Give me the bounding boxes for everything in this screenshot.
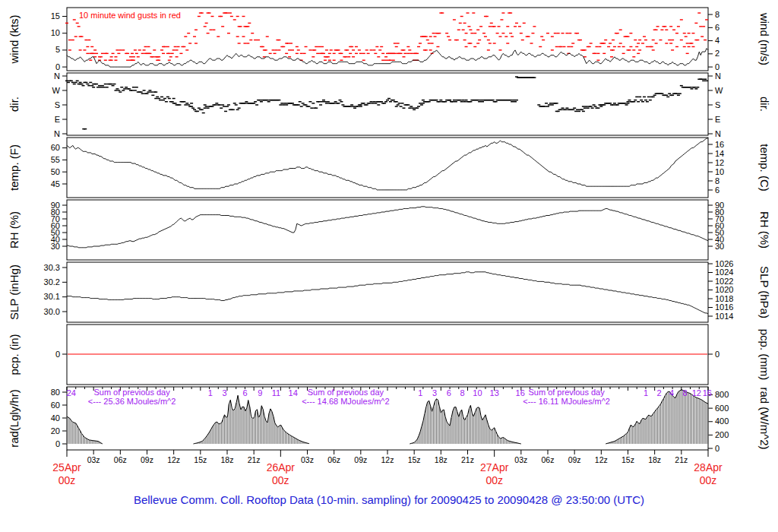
x-hour-label: 15z — [408, 455, 421, 464]
gust-dash — [570, 46, 573, 47]
gust-dash — [242, 36, 245, 36]
gust-dash — [193, 36, 196, 36]
rad-ly-tick-label: 40 — [51, 413, 60, 423]
dir-dash — [110, 84, 113, 85]
dir-dash — [555, 103, 558, 104]
gust-dash — [355, 46, 358, 47]
gust-dash — [598, 46, 601, 47]
gust-dash — [374, 53, 377, 54]
gust-dash — [659, 40, 662, 40]
dir-dash — [627, 103, 630, 104]
dir-dash — [652, 97, 655, 98]
gust-dash — [665, 43, 668, 43]
gust-dash — [622, 53, 625, 54]
gust-dash — [217, 36, 220, 36]
dir-dash — [162, 100, 165, 101]
gust-dash — [182, 46, 185, 47]
gust-dash — [392, 60, 395, 61]
gust-dash — [501, 12, 504, 13]
rad-hour-number: 14 — [289, 388, 298, 397]
gust-dash — [176, 49, 179, 50]
dir-dash — [267, 101, 270, 103]
gust-dash — [289, 43, 293, 43]
dir-dash — [340, 101, 343, 103]
dir-dash — [125, 87, 128, 88]
gust-dash — [248, 23, 251, 24]
gust-dash — [594, 53, 597, 54]
dir-dash — [297, 104, 300, 106]
gust-dash — [359, 53, 362, 54]
dir-dash — [389, 101, 392, 103]
gust-dash — [514, 26, 517, 27]
gust-dash — [498, 26, 501, 27]
dir-dash — [166, 97, 169, 98]
gust-dash — [602, 53, 606, 54]
gust-dash — [362, 60, 365, 61]
gust-dash — [473, 33, 476, 33]
gust-dash — [397, 43, 400, 43]
slp-inhg-tick-label: 30.0 — [44, 307, 60, 316]
dir-dash — [204, 107, 207, 109]
gust-dash — [65, 23, 68, 24]
dir-dash — [243, 103, 246, 104]
gust-dash — [472, 12, 475, 13]
x-hour-label: 21z — [675, 455, 688, 464]
dir-dash — [283, 103, 286, 104]
dir-dash — [174, 103, 177, 104]
dir-dash — [98, 85, 101, 87]
gust-dash — [254, 40, 257, 40]
dir-dash — [140, 91, 143, 93]
gust-dash — [579, 40, 582, 40]
gust-dash — [198, 16, 201, 17]
dir-dash — [190, 103, 193, 104]
dir-dash — [277, 100, 280, 101]
gust-dash — [381, 60, 384, 61]
gust-dash — [117, 53, 120, 54]
dir-dash — [420, 104, 423, 106]
dir-dash — [416, 107, 419, 109]
wind-ms-tick-label: 8 — [715, 10, 719, 19]
gust-dash — [704, 40, 707, 40]
gust-dash — [655, 30, 658, 30]
rad-hour-number: 12 — [692, 388, 701, 397]
dir-dash — [704, 78, 707, 80]
gust-dash — [426, 40, 429, 40]
slp-axis-title-right: SLP (hPa) — [758, 266, 771, 318]
dir-dash — [644, 100, 647, 101]
gust-dash — [453, 19, 456, 20]
dir-dash — [668, 93, 671, 94]
gust-dash — [272, 49, 275, 50]
temp-c-tick-label: 6 — [715, 185, 719, 195]
rad-hour-number: 9 — [258, 388, 262, 397]
dir-dash — [647, 97, 650, 98]
gust-dash — [297, 49, 300, 50]
temp-c-tick-label: 16 — [715, 140, 724, 149]
gust-dash — [557, 33, 560, 33]
gust-dash — [613, 46, 616, 47]
dir-dash — [370, 101, 373, 103]
gust-dash — [650, 46, 653, 47]
gust-dash — [702, 26, 705, 27]
dir-panel-frame — [67, 73, 708, 135]
dir-dash — [640, 100, 643, 101]
dir-dash — [352, 106, 355, 107]
gust-dash — [327, 56, 330, 57]
gust-dash — [533, 26, 536, 27]
dir-dash — [84, 128, 87, 130]
gust-dash — [402, 49, 405, 50]
gust-dash — [131, 53, 134, 54]
gust-dash — [618, 46, 621, 47]
slp-hpa-tick-label: 1022 — [715, 277, 733, 286]
gust-dash — [104, 60, 107, 61]
gust-dash — [129, 56, 132, 57]
dir-dash — [580, 109, 584, 111]
gust-dash — [511, 36, 514, 36]
gust-dash — [344, 56, 347, 57]
dir-dash — [101, 85, 104, 87]
dir-dash — [479, 100, 482, 101]
gust-dash — [74, 36, 77, 36]
dir-dash — [95, 84, 98, 85]
gust-dash — [400, 53, 403, 54]
wind-ms-tick-label: 6 — [715, 23, 719, 32]
gust-dash — [701, 36, 704, 36]
